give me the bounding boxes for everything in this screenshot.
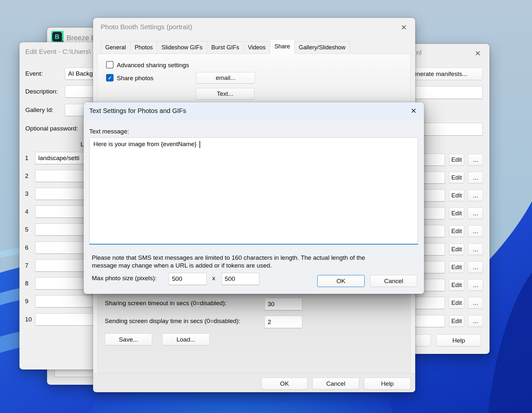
max-width-input[interactable]: 500: [169, 273, 207, 285]
max-photo-size-label: Max photo size (pixels):: [92, 275, 157, 282]
ok-button[interactable]: OK: [261, 378, 308, 390]
text-settings-dialog: Text Settings for Photos and GIFs ✕ Text…: [84, 102, 424, 294]
check-icon: ✓: [108, 75, 112, 81]
row-number: 4: [25, 208, 29, 215]
description-label: Description:: [25, 88, 58, 95]
close-icon[interactable]: ✕: [408, 106, 419, 117]
more-button[interactable]: ...: [468, 207, 483, 219]
tab-share[interactable]: Share: [270, 39, 295, 54]
edit-button[interactable]: Edit: [449, 172, 464, 183]
more-button[interactable]: ...: [468, 279, 483, 291]
size-x-separator: x: [212, 275, 215, 282]
row-number: 5: [25, 226, 29, 233]
sharing-timeout-input[interactable]: 30: [264, 298, 302, 310]
edit-button[interactable]: Edit: [449, 154, 464, 166]
more-button[interactable]: ...: [468, 225, 483, 237]
edit-button[interactable]: Edit: [449, 207, 464, 219]
edit-button[interactable]: Edit: [449, 261, 464, 273]
more-button[interactable]: ...: [468, 172, 483, 183]
more-button[interactable]: ...: [468, 244, 483, 255]
dialog-footer: OK Cancel Help: [93, 373, 415, 392]
settings-tabstrip: General Photos Slideshow GIFs Burst GIFs…: [101, 39, 350, 54]
tab-general[interactable]: General: [101, 41, 130, 54]
row-number: 2: [25, 172, 29, 180]
gallery-id-label: Gallery Id:: [25, 106, 54, 114]
text-button[interactable]: Text...: [196, 88, 254, 100]
tab-burst-gifs[interactable]: Burst GIFs: [207, 41, 244, 54]
row-number: 1: [25, 155, 29, 162]
ok-button[interactable]: OK: [317, 275, 365, 287]
partial-list-label: L: [80, 141, 84, 148]
edit-button[interactable]: Edit: [449, 279, 464, 291]
tab-videos[interactable]: Videos: [243, 41, 270, 54]
share-photos-label: Share photos: [117, 75, 153, 82]
row-number: 8: [25, 280, 29, 287]
more-button[interactable]: ...: [468, 315, 483, 327]
close-icon[interactable]: ✕: [397, 22, 410, 33]
share-photos-checkbox[interactable]: ✓: [106, 74, 114, 81]
cancel-button[interactable]: Cancel: [312, 378, 359, 390]
tab-slideshow-gifs[interactable]: Slideshow GIFs: [157, 41, 207, 54]
edit-button[interactable]: Edit: [449, 297, 464, 309]
text-message-label: Text message:: [89, 128, 129, 135]
more-button[interactable]: ...: [468, 190, 483, 201]
row-number: 10: [25, 316, 32, 323]
text-message-textarea[interactable]: Here is your image from {eventName}: [89, 137, 418, 244]
tab-photos[interactable]: Photos: [130, 41, 157, 54]
row-number: 9: [25, 298, 29, 305]
row-number: 7: [25, 262, 29, 269]
row-number: 3: [25, 190, 29, 197]
edit-button[interactable]: Edit: [449, 315, 464, 327]
sharing-timeout-label: Sharing screen timeout in secs (0=disabl…: [105, 300, 226, 307]
sms-note-line1: Please note that SMS text messages are l…: [92, 254, 365, 261]
photobooth-window-title: Photo Booth Settings (portrait): [101, 23, 192, 31]
advanced-sharing-label: Advanced sharing settings: [117, 62, 189, 69]
max-height-input[interactable]: 500: [222, 273, 260, 285]
manifest-window-title: nl: [416, 49, 421, 56]
text-cursor: [200, 141, 200, 148]
tab-gallery-slideshow[interactable]: Gallery/Slideshow: [294, 41, 350, 54]
sending-time-label: Sending screen display time in secs (0=d…: [105, 318, 240, 325]
text-message-value: Here is your image from {eventName}: [93, 141, 198, 147]
optional-password-label: Optional password:: [25, 125, 78, 132]
sending-time-input[interactable]: 2: [264, 316, 302, 328]
more-button[interactable]: ...: [468, 154, 483, 166]
sms-note-line2: message may change when a URL is added o…: [92, 262, 272, 269]
row-number: 6: [25, 244, 29, 251]
save-button[interactable]: Save...: [105, 333, 152, 345]
edit-button[interactable]: Edit: [449, 225, 464, 237]
more-button[interactable]: ...: [468, 261, 483, 273]
help-button[interactable]: Help: [436, 334, 481, 346]
breeze-logo-icon: B ⚙: [51, 31, 64, 43]
help-button[interactable]: Help: [364, 378, 411, 390]
load-button[interactable]: Load...: [162, 333, 210, 345]
more-button[interactable]: ...: [468, 297, 483, 309]
cancel-button[interactable]: Cancel: [370, 275, 417, 287]
edit-event-title: Edit Event - C:\Users\: [25, 48, 91, 56]
close-icon[interactable]: ✕: [471, 48, 484, 59]
event-label: Event:: [25, 70, 43, 77]
dialog-title: Text Settings for Photos and GIFs: [89, 107, 186, 115]
advanced-sharing-checkbox[interactable]: [106, 61, 114, 69]
email-button[interactable]: email...: [196, 72, 255, 84]
edit-button[interactable]: Edit: [449, 244, 464, 255]
edit-button[interactable]: Edit: [449, 190, 464, 201]
